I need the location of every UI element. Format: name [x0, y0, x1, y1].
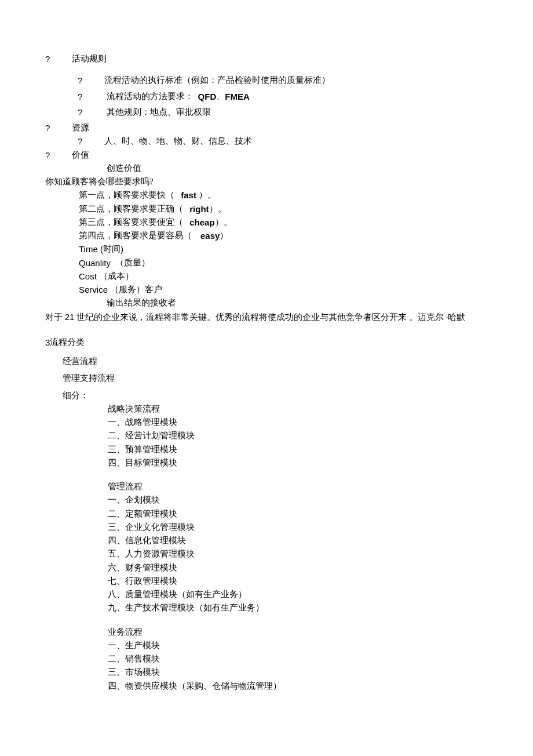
line-fast: 第一点，顾客要求要快（ fast ）。: [79, 188, 488, 202]
cat-business: 经营流程: [63, 355, 488, 368]
line-activity-rules: ? 活动规则: [45, 52, 488, 66]
cat-mgmt-support: 管理支持流程: [63, 372, 488, 385]
fmea: FMEA: [225, 90, 250, 103]
g2-7: 七、行政管理模块: [108, 575, 488, 588]
line-cost: Cost （成本）: [79, 270, 488, 283]
g2-title: 管理流程: [108, 480, 488, 493]
text: 活动规则: [72, 52, 107, 66]
line-receiver: 输出结果的接收者: [107, 296, 488, 310]
line-service: Service （服务）客户: [79, 283, 488, 296]
line-exec-standard: ? 流程活动的执行标准（例如：产品检验时使用的质量标准）: [78, 74, 488, 87]
cat-subdivide: 细分：: [63, 389, 488, 402]
line-other-rules: ? 其他规则：地点、审批权限: [78, 106, 488, 119]
line-create-value: 创造价值: [107, 162, 488, 175]
section-3-title: 3 流程分类: [45, 336, 488, 349]
line-quality: Quanlity （质量）: [79, 256, 488, 270]
g2-8: 八、质量管理模块（如有生产业务）: [108, 588, 488, 601]
g3-4: 四、物资供应模块（采购、仓储与物流管理）: [108, 679, 488, 693]
g3-3: 三、市场模块: [108, 666, 488, 679]
line-know-customer: 你知道顾客将会哪些要求吗?: [45, 175, 488, 188]
line-resource-list: ? 人、时、物、地、物、财、信息、技术: [78, 135, 488, 148]
line-cheap: 第三点，顾客要求要便宜（ cheap ）。: [79, 216, 488, 229]
bullet-q: ?: [45, 52, 50, 66]
g1-2: 二、经营计划管理模块: [108, 429, 488, 442]
g1-title: 战略决策流程: [108, 402, 488, 416]
line-resource: ? 资源: [45, 121, 488, 135]
g3-1: 一、生产模块: [108, 639, 488, 652]
line-time: Time ( 时间 ): [79, 242, 488, 256]
g2-1: 一、企划模块: [108, 493, 488, 507]
g1-4: 四、目标管理模块: [108, 456, 488, 470]
g2-5: 五、人力资源管理模块: [108, 547, 488, 561]
quote-hammer: 对于 21 世纪的企业来说，流程将非常关键。优秀的流程将使成功的企业与其他竞争者…: [45, 310, 488, 324]
qfd: QFD: [198, 90, 217, 103]
g2-9: 九、生产技术管理模块（如有生产业务）: [108, 601, 488, 615]
g1-1: 一、战略管理模块: [108, 416, 488, 429]
g3-2: 二、销售模块: [108, 652, 488, 666]
g2-6: 六、财务管理模块: [108, 561, 488, 575]
g1-3: 三、预算管理模块: [108, 443, 488, 456]
g2-2: 二、定额管理模块: [108, 507, 488, 521]
line-right: 第二点，顾客要求要正确（ right ）。: [79, 202, 488, 216]
line-easy: 第四点，顾客要求是要容易（ easy ）: [79, 229, 488, 242]
line-value: ? 价值: [45, 148, 488, 162]
line-method-req: ? 流程活动的方法要求： QFD 、 FMEA: [78, 90, 488, 103]
g2-3: 三、企业文化管理模块: [108, 521, 488, 534]
g2-4: 四、信息化管理模块: [108, 534, 488, 547]
g3-title: 业务流程: [108, 626, 488, 639]
